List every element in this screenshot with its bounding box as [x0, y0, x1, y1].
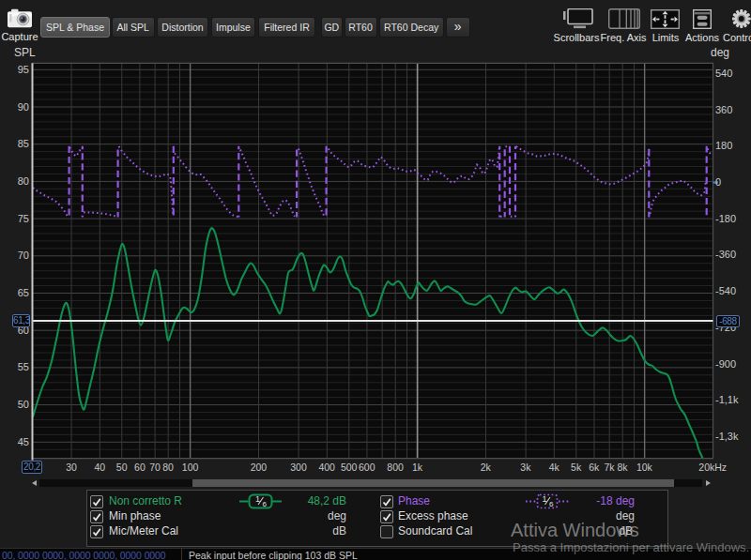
svg-text:6: 6 [549, 500, 554, 508]
svg-text:6: 6 [263, 500, 268, 508]
